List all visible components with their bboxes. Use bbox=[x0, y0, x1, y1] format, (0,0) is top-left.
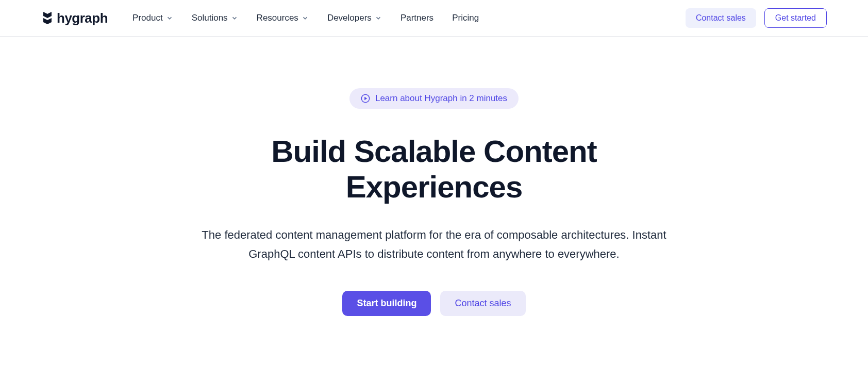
contact-sales-button[interactable]: Contact sales bbox=[686, 8, 756, 28]
chevron-down-icon bbox=[302, 14, 309, 22]
chevron-down-icon bbox=[231, 14, 238, 22]
pill-text: Learn about Hygraph in 2 minutes bbox=[375, 93, 507, 104]
brand-logo[interactable]: hygraph bbox=[41, 10, 108, 26]
nav-pricing[interactable]: Pricing bbox=[452, 13, 479, 23]
hero-subheadline: The federated content management platfor… bbox=[197, 225, 671, 264]
learn-about-pill[interactable]: Learn about Hygraph in 2 minutes bbox=[349, 88, 519, 109]
hero-section: Learn about Hygraph in 2 minutes Build S… bbox=[0, 37, 868, 337]
main-header: hygraph Product Solutions Resources Deve… bbox=[0, 0, 868, 37]
nav-partners[interactable]: Partners bbox=[400, 13, 433, 23]
nav-label: Pricing bbox=[452, 13, 479, 23]
nav-label: Resources bbox=[257, 13, 298, 23]
start-building-button[interactable]: Start building bbox=[342, 291, 431, 316]
play-circle-icon bbox=[361, 94, 370, 103]
nav-solutions[interactable]: Solutions bbox=[192, 13, 238, 23]
get-started-button[interactable]: Get started bbox=[764, 8, 827, 28]
header-actions: Contact sales Get started bbox=[686, 8, 827, 28]
nav-label: Product bbox=[132, 13, 163, 23]
nav-product[interactable]: Product bbox=[132, 13, 173, 23]
brand-name: hygraph bbox=[57, 10, 108, 26]
nav-label: Developers bbox=[327, 13, 372, 23]
nav-developers[interactable]: Developers bbox=[327, 13, 382, 23]
hero-headline: Build Scalable Content Experiences bbox=[202, 134, 666, 205]
hero-actions: Start building Contact sales bbox=[342, 291, 525, 316]
chevron-down-icon bbox=[375, 14, 382, 22]
contact-sales-hero-button[interactable]: Contact sales bbox=[440, 291, 525, 316]
main-nav: Product Solutions Resources Developers P… bbox=[132, 13, 686, 23]
nav-resources[interactable]: Resources bbox=[257, 13, 309, 23]
nav-label: Solutions bbox=[192, 13, 228, 23]
chevron-down-icon bbox=[166, 14, 173, 22]
nav-label: Partners bbox=[400, 13, 433, 23]
hygraph-logo-icon bbox=[41, 11, 54, 25]
